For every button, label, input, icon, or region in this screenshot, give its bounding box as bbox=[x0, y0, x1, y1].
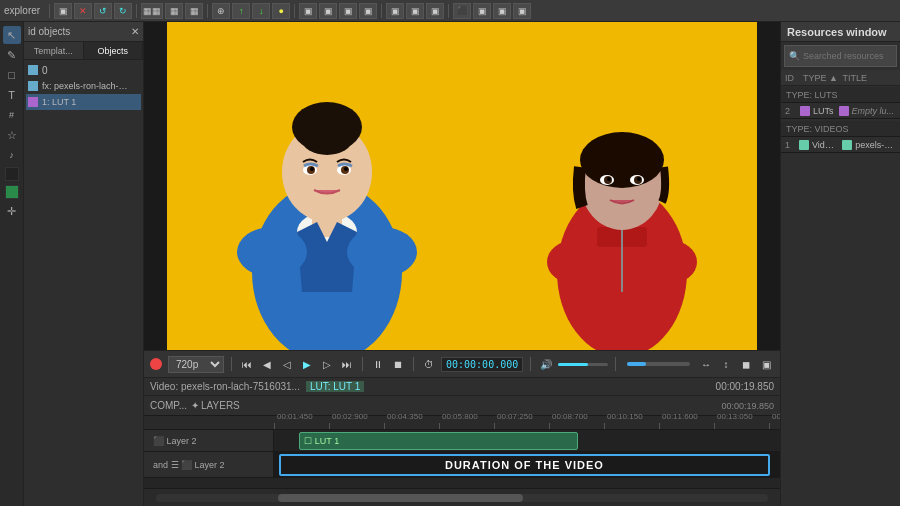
volume-slider[interactable] bbox=[558, 363, 608, 366]
type-row-videos[interactable]: TYPE: VIDEOS bbox=[781, 121, 900, 137]
time-display: 00:00:00.000 bbox=[441, 357, 523, 372]
toolbar-sep-1 bbox=[49, 4, 50, 18]
toolbar-btn-g8[interactable]: ▣ bbox=[359, 3, 377, 19]
figure-left-svg bbox=[197, 32, 457, 350]
col-type: TYPE ▲ bbox=[803, 73, 839, 83]
type-videos-label: TYPE: VIDEOS bbox=[786, 124, 849, 134]
toolbar-btn-select[interactable]: ▣ bbox=[54, 3, 72, 19]
search-icon: 🔍 bbox=[789, 51, 800, 61]
toolbar-btn-g7[interactable]: ▣ bbox=[339, 3, 357, 19]
color-black-icon[interactable] bbox=[5, 167, 19, 181]
color-green-icon[interactable] bbox=[5, 185, 19, 199]
move-tool-icon[interactable]: ✛ bbox=[3, 202, 21, 220]
play-rev-btn[interactable]: ◁ bbox=[279, 356, 295, 372]
pen-tool-icon[interactable]: ✎ bbox=[3, 46, 21, 64]
volume-fill bbox=[558, 363, 588, 366]
list-item[interactable]: 1: LUT 1 bbox=[26, 94, 141, 110]
toolbar-btn-g9[interactable]: ▣ bbox=[386, 3, 404, 19]
list-item[interactable]: 0 bbox=[26, 62, 141, 78]
clip-duration[interactable]: DURATION OF THE VIDEO bbox=[279, 454, 770, 476]
extra-btn-2[interactable]: ↕ bbox=[718, 356, 734, 372]
track-content-lut[interactable]: ☐ LUT 1 bbox=[274, 430, 780, 451]
res-id-video: 1 bbox=[785, 140, 796, 150]
timeline-scrollbar[interactable] bbox=[156, 494, 768, 502]
list-item[interactable]: fx: pexels-ron-lach-7516031_... bbox=[26, 78, 141, 94]
pause-btn[interactable]: ⏸ bbox=[370, 356, 386, 372]
progress-fill bbox=[627, 362, 646, 366]
end-time-label: 00:00:19.850 bbox=[721, 401, 774, 411]
toolbar-btn-g15[interactable]: ▣ bbox=[513, 3, 531, 19]
toolbar-btn-g5[interactable]: ▣ bbox=[299, 3, 317, 19]
lut-label: LUT: LUT 1 bbox=[306, 381, 364, 392]
clip-lut[interactable]: ☐ LUT 1 bbox=[299, 432, 577, 450]
svg-point-8 bbox=[310, 167, 314, 171]
next-frame-btn[interactable]: ▷ bbox=[319, 356, 335, 372]
toolbar-btn-g2[interactable]: ▦ bbox=[165, 3, 183, 19]
select-tool-icon[interactable]: ↖ bbox=[3, 26, 21, 44]
layers-icon: ✦ bbox=[191, 400, 199, 411]
sep3 bbox=[413, 357, 414, 371]
grid-tool-icon[interactable]: # bbox=[3, 106, 21, 124]
toolbar-btn-stop[interactable]: ✕ bbox=[74, 3, 92, 19]
extra-btn-3[interactable]: ◼ bbox=[738, 356, 754, 372]
resources-search[interactable]: 🔍 bbox=[784, 45, 897, 67]
toolbar-btn-g13[interactable]: ▣ bbox=[473, 3, 491, 19]
col-title: TITLE bbox=[843, 73, 896, 83]
extra-btn-4[interactable]: ▣ bbox=[758, 356, 774, 372]
type-row-luts[interactable]: TYPE: LUTS bbox=[781, 87, 900, 103]
text-tool-icon[interactable]: T bbox=[3, 86, 21, 104]
resource-section-luts: TYPE: LUTS 2 LUTs Empty lu... bbox=[781, 86, 900, 120]
toolbar-btn-g11[interactable]: ▣ bbox=[426, 3, 444, 19]
toolbar-btn-g12[interactable]: ⬛ bbox=[453, 3, 471, 19]
toolbar-btn-g4[interactable]: ⊕ bbox=[212, 3, 230, 19]
extra-btn-1[interactable]: ↔ bbox=[698, 356, 714, 372]
toolbar-btn-g10[interactable]: ▣ bbox=[406, 3, 424, 19]
toolbar-btn-down[interactable]: ↓ bbox=[252, 3, 270, 19]
timer-icon: ⏱ bbox=[421, 356, 437, 372]
resolution-select[interactable]: 720p 1080p 480p bbox=[168, 356, 224, 373]
tab-objects[interactable]: Objects bbox=[84, 42, 144, 59]
video-status-text: Video: pexels-ron-lach-7516031... bbox=[150, 381, 300, 392]
panel-close-icon[interactable]: ✕ bbox=[131, 26, 139, 37]
progress-bar[interactable] bbox=[627, 362, 690, 366]
toolbar-btn-g3[interactable]: ▦ bbox=[185, 3, 203, 19]
volume-icon[interactable]: 🔊 bbox=[538, 356, 554, 372]
sort-icon[interactable]: ▲ bbox=[829, 73, 838, 83]
resources-table-header: ID TYPE ▲ TITLE bbox=[781, 70, 900, 86]
svg-point-25 bbox=[637, 177, 641, 181]
toolbar-btn-circle[interactable]: ● bbox=[272, 3, 290, 19]
panel-tabs: Templat... Objects bbox=[24, 42, 143, 60]
toolbar-btn-g14[interactable]: ▣ bbox=[493, 3, 511, 19]
search-input[interactable] bbox=[803, 51, 900, 61]
tab-templates[interactable]: Templat... bbox=[24, 42, 84, 59]
res-id-lut: 2 bbox=[785, 106, 797, 116]
timecode-ruler: 00:01:450 00:02:900 00:04:350 00:05:800 … bbox=[144, 416, 780, 430]
obj-icon bbox=[28, 81, 38, 91]
svg-point-26 bbox=[547, 240, 603, 284]
toolbar-btn-g1[interactable]: ▦▦ bbox=[141, 3, 163, 19]
skip-start-btn[interactable]: ⏮ bbox=[239, 356, 255, 372]
play-btn[interactable]: ▶ bbox=[299, 356, 315, 372]
resource-item-lut[interactable]: 2 LUTs Empty lu... bbox=[781, 103, 900, 119]
vid-type-icon bbox=[799, 140, 809, 150]
toolbar-btn-undo[interactable]: ↺ bbox=[94, 3, 112, 19]
audio-tool-icon[interactable]: ♪ bbox=[3, 146, 21, 164]
resources-header: Resources window bbox=[781, 22, 900, 42]
stop-btn[interactable]: ⏹ bbox=[390, 356, 406, 372]
toolbar-btn-up[interactable]: ↑ bbox=[232, 3, 250, 19]
toolbar-btn-g6[interactable]: ▣ bbox=[319, 3, 337, 19]
tc-tick: 00:07:250 bbox=[494, 423, 549, 429]
star-tool-icon[interactable]: ☆ bbox=[3, 126, 21, 144]
prev-frame-btn[interactable]: ◀ bbox=[259, 356, 275, 372]
track-content-duration[interactable]: DURATION OF THE VIDEO bbox=[274, 452, 780, 477]
figure-right-svg bbox=[507, 52, 737, 350]
lut-title: Empty lu... bbox=[852, 106, 895, 116]
resource-item-video[interactable]: 1 Videos pexels-ro... bbox=[781, 137, 900, 153]
scrollbar-thumb bbox=[278, 494, 523, 502]
track-name-duration: and ☰ ⬛ Layer 2 bbox=[153, 460, 225, 470]
shape-tool-icon[interactable]: □ bbox=[3, 66, 21, 84]
toolbar-btn-redo[interactable]: ↻ bbox=[114, 3, 132, 19]
current-time-text: 00:00:19.850 bbox=[716, 381, 774, 392]
track-label-duration: and ☰ ⬛ Layer 2 bbox=[144, 452, 274, 477]
skip-end-btn[interactable]: ⏭ bbox=[339, 356, 355, 372]
